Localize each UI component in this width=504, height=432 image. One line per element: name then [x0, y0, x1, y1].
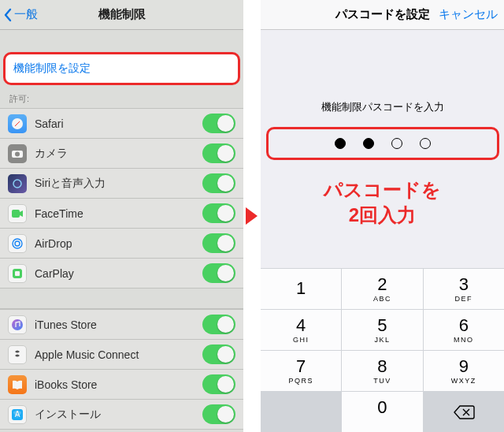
row-label: Siriと音声入力: [35, 177, 202, 191]
key-empty: [261, 392, 341, 432]
row-label: カメラ: [35, 147, 202, 161]
key-5[interactable]: 5JKL: [342, 310, 422, 350]
allow-list-2: iTunes Store Apple Music Connect iBooks …: [0, 309, 243, 430]
ibooks-icon: [8, 375, 27, 394]
camera-icon: [8, 144, 27, 163]
svg-point-3: [13, 180, 21, 188]
toggle-switch[interactable]: [202, 203, 235, 223]
safari-icon: [8, 114, 27, 133]
list-item[interactable]: iBooks Store: [0, 370, 243, 400]
key-num: 6: [459, 317, 469, 334]
row-label: AirDrop: [35, 237, 202, 250]
setup-restrictions-row[interactable]: 機能制限を設定: [3, 52, 240, 85]
row-label: CarPlay: [35, 267, 202, 280]
toggle-switch[interactable]: [202, 374, 235, 394]
svg-point-5: [15, 241, 20, 246]
annotation-line2: 2回入力: [349, 204, 416, 225]
list-item[interactable]: Safari: [0, 109, 243, 139]
transition-arrow: [243, 0, 261, 432]
list-item[interactable]: iTunes Store: [0, 310, 243, 340]
key-num: 3: [459, 276, 469, 293]
page-title: パスコードを設定: [335, 7, 430, 22]
key-2[interactable]: 2ABC: [342, 269, 422, 309]
carplay-icon: [8, 264, 27, 283]
prompt-area: 機能制限パスコードを入力 パスコードを 2回入力: [261, 30, 504, 268]
svg-text:A: A: [15, 410, 20, 419]
annotation-text: パスコードを 2回入力: [324, 177, 441, 229]
numeric-keypad: 1 2ABC 3DEF 4GHI 5JKL 6MNO 7PQRS 8TUV 9W…: [261, 268, 504, 432]
airdrop-icon: [8, 234, 27, 253]
svg-rect-4: [12, 210, 20, 218]
key-letters: PQRS: [288, 377, 313, 385]
svg-point-2: [15, 151, 20, 156]
arrow-right-icon: [244, 205, 260, 227]
toggle-switch[interactable]: [202, 143, 235, 163]
install-icon: A: [8, 405, 27, 424]
navbar: パスコードを設定 キャンセル: [261, 0, 504, 30]
toggle-switch[interactable]: [202, 344, 235, 364]
key-7[interactable]: 7PQRS: [261, 351, 341, 391]
key-3[interactable]: 3DEF: [424, 269, 504, 309]
passcode-dot: [420, 138, 431, 149]
key-4[interactable]: 4GHI: [261, 310, 341, 350]
key-backspace[interactable]: [424, 392, 504, 432]
siri-icon: [8, 174, 27, 193]
key-num: 2: [377, 276, 387, 293]
key-num: 5: [377, 317, 387, 334]
facetime-icon: [8, 204, 27, 223]
row-label: Safari: [35, 117, 202, 130]
section-spacer: [0, 289, 243, 309]
key-9[interactable]: 9WXYZ: [424, 351, 504, 391]
row-label: FaceTime: [35, 207, 202, 220]
row-label: iTunes Store: [35, 318, 202, 331]
key-num: 4: [296, 317, 306, 334]
key-letters: WXYZ: [451, 377, 476, 385]
row-label: インストール: [35, 408, 202, 422]
list-item[interactable]: Siriと音声入力: [0, 169, 243, 199]
applemusic-icon: [8, 345, 27, 364]
passcode-dot: [391, 138, 402, 149]
cancel-button[interactable]: キャンセル: [439, 7, 498, 22]
toggle-switch[interactable]: [202, 404, 235, 424]
toggle-switch[interactable]: [202, 114, 235, 133]
annotation-line1: パスコードを: [324, 179, 441, 200]
prompt-text: 機能制限パスコードを入力: [321, 101, 444, 114]
list-item[interactable]: カメラ: [0, 139, 243, 169]
key-letters: DEF: [455, 295, 473, 303]
key-num: 0: [377, 399, 387, 416]
key-1[interactable]: 1: [261, 269, 341, 309]
key-letters: MNO: [454, 336, 474, 344]
svg-rect-8: [15, 271, 20, 276]
key-num: 9: [459, 358, 469, 375]
list-item[interactable]: CarPlay: [0, 259, 243, 289]
chevron-left-icon: [3, 8, 13, 22]
list-item[interactable]: FaceTime: [0, 199, 243, 229]
toggle-switch[interactable]: [202, 263, 235, 283]
key-letters: TUV: [373, 377, 391, 385]
list-item[interactable]: AirDrop: [0, 229, 243, 259]
row-label: Apple Music Connect: [35, 348, 202, 361]
key-letters: JKL: [374, 336, 390, 344]
backspace-icon: [453, 404, 475, 420]
key-letters: ABC: [373, 295, 391, 303]
navbar: 一般 機能制限: [0, 0, 243, 30]
list-item[interactable]: Apple Music Connect: [0, 340, 243, 370]
key-6[interactable]: 6MNO: [424, 310, 504, 350]
passcode-dots: [266, 127, 499, 160]
key-num: 7: [296, 358, 306, 375]
passcode-dot: [335, 138, 346, 149]
key-num: 1: [296, 280, 306, 297]
back-button[interactable]: 一般: [0, 7, 38, 22]
svg-point-9: [12, 319, 23, 330]
toggle-switch[interactable]: [202, 315, 235, 334]
list-item[interactable]: A インストール: [0, 400, 243, 430]
toggle-switch[interactable]: [202, 173, 235, 193]
row-label: iBooks Store: [35, 378, 202, 391]
key-8[interactable]: 8TUV: [342, 351, 422, 391]
key-letters: GHI: [293, 336, 309, 344]
toggle-switch[interactable]: [202, 233, 235, 253]
key-0[interactable]: 0: [342, 392, 422, 432]
svg-point-6: [13, 239, 22, 248]
allow-section-label: 許可:: [0, 85, 243, 108]
key-num: 8: [377, 358, 387, 375]
